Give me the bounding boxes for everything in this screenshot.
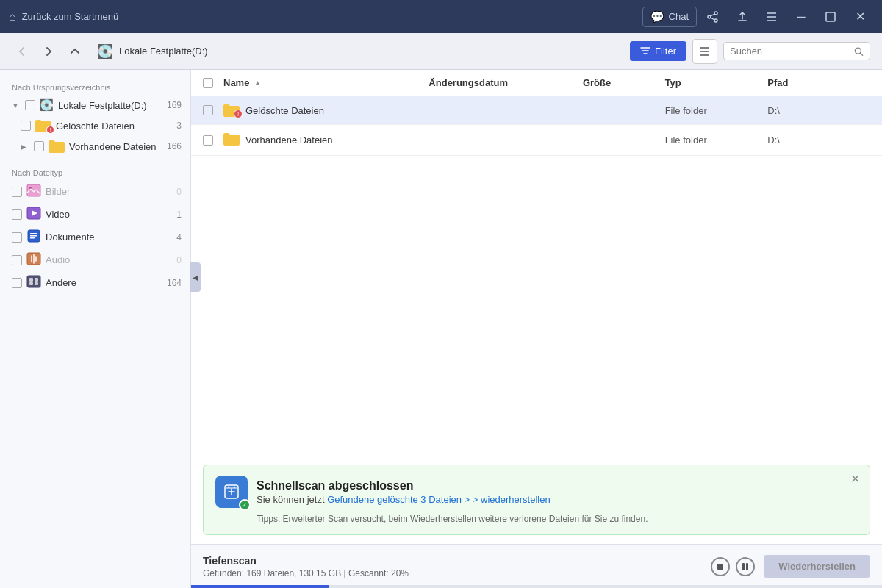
deleted-count: 3: [176, 121, 182, 131]
check-badge: ✓: [239, 499, 251, 511]
row-path-2: D:\: [767, 135, 870, 146]
main-layout: Nach Ursprungsverzeichnis ▼ 💽 Lokale Fes…: [0, 70, 882, 588]
check-dokumente[interactable]: [12, 232, 22, 243]
close-button[interactable]: ✕: [847, 4, 873, 30]
chat-label: Chat: [669, 11, 689, 22]
bilder-label: Bilder: [46, 186, 172, 197]
filter-button[interactable]: Filter: [630, 41, 686, 61]
notification-title: Schnellscan abgeschlossen: [257, 479, 551, 492]
deleted-row-badge: !: [234, 110, 243, 118]
notification-banner: ✕ ✓ Schnellscan abgeschlossen Sie können…: [203, 465, 870, 535]
existing-count: 166: [167, 141, 182, 151]
table-row[interactable]: ! Gelöschte Dateien File folder D:\: [191, 96, 882, 125]
back-button[interactable]: [12, 41, 32, 62]
check-existing[interactable]: [34, 141, 44, 151]
stop-scan-button[interactable]: [711, 557, 730, 576]
notification-text: Schnellscan abgeschlossen Sie können jet…: [257, 479, 551, 505]
sidebar-item-andere[interactable]: Andere 164: [0, 271, 190, 294]
check-bilder[interactable]: [12, 187, 22, 197]
svg-rect-31: [746, 563, 748, 570]
svg-rect-26: [29, 282, 33, 285]
minimize-button[interactable]: ─: [788, 4, 814, 30]
pause-scan-button[interactable]: [736, 557, 755, 576]
header-size[interactable]: Größe: [583, 77, 665, 88]
sidebar-item-video[interactable]: Video 1: [0, 203, 190, 226]
sort-arrow: ▲: [254, 79, 261, 87]
row-type-1: File folder: [665, 105, 768, 116]
svg-rect-21: [30, 237, 35, 239]
notification-tip: Tipps: Erweiterter Scan versucht, beim W…: [215, 514, 858, 524]
search-icon: [854, 46, 864, 57]
chat-button[interactable]: 💬 Chat: [642, 7, 697, 27]
audio-label: Audio: [46, 254, 172, 265]
header-date[interactable]: Änderungsdatum: [429, 77, 583, 88]
video-count: 1: [176, 209, 182, 220]
sidebar-item-existing[interactable]: ▶ Vorhandene Dateien 166: [0, 136, 190, 157]
row-filename-2: Vorhandene Dateien: [245, 135, 333, 146]
share-button[interactable]: [700, 4, 726, 30]
notification-icon: ✓: [215, 476, 248, 508]
menu-button[interactable]: [759, 4, 785, 30]
notification-header: ✓ Schnellscan abgeschlossen Sie können j…: [215, 476, 858, 508]
sidebar-section-type: Nach Dateityp: [0, 164, 190, 180]
check-localdisk[interactable]: [25, 100, 35, 110]
deep-scan-subtitle: Gefunden: 169 Dateien, 130.15 GB | Gesca…: [203, 568, 702, 578]
localdisk-count: 169: [167, 100, 182, 110]
notif-body-prefix: Sie können jetzt: [257, 494, 327, 505]
bilder-count: 0: [176, 187, 182, 197]
header-name[interactable]: Name ▲: [223, 77, 429, 88]
search-input[interactable]: [730, 46, 850, 57]
sidebar-item-localdisk[interactable]: ▼ 💽 Lokale Festplatte(D:) 169: [0, 95, 190, 115]
header-path[interactable]: Pfad: [767, 77, 870, 88]
notification-body: Sie können jetzt Gefundene gelöschte 3 D…: [257, 494, 551, 505]
select-all-checkbox[interactable]: [203, 78, 213, 88]
header-check[interactable]: [203, 78, 223, 88]
header-type[interactable]: Typ: [665, 77, 768, 88]
expand-icon: ▼: [12, 101, 21, 110]
sidebar-item-deleted[interactable]: ! Gelöschte Dateien 3: [0, 115, 190, 136]
row-check-2[interactable]: [203, 135, 223, 146]
expand-existing-icon: ▶: [21, 143, 29, 151]
restore-button[interactable]: Wiederherstellen: [764, 555, 870, 578]
collapse-handle[interactable]: ◀: [190, 262, 201, 292]
localdisk-label: Lokale Festplatte(D:): [58, 100, 162, 111]
content-area: ◀ Name ▲ Änderungsdatum Größe Typ Pfad: [191, 70, 882, 588]
sidebar-item-audio[interactable]: Audio 0: [0, 248, 190, 271]
check-video[interactable]: [12, 209, 22, 220]
dokumente-count: 4: [176, 232, 182, 243]
deep-scan-title: Tiefenscan: [203, 555, 702, 567]
svg-rect-30: [742, 563, 745, 570]
audio-count: 0: [176, 255, 182, 265]
row-path-1: D:\: [767, 105, 870, 116]
video-icon: [26, 207, 41, 222]
svg-rect-29: [717, 564, 723, 570]
sidebar-item-bilder[interactable]: Bilder 0: [0, 180, 190, 203]
check-andere[interactable]: [12, 278, 22, 288]
table-header: Name ▲ Änderungsdatum Größe Typ Pfad: [191, 70, 882, 96]
forward-button[interactable]: [38, 41, 59, 62]
progress-bar-fill: [191, 585, 329, 588]
view-menu-button[interactable]: [692, 39, 717, 64]
row-checkbox-1[interactable]: [203, 105, 213, 115]
row-check-1[interactable]: [203, 105, 223, 115]
sidebar: Nach Ursprungsverzeichnis ▼ 💽 Lokale Fes…: [0, 70, 191, 588]
notif-body-link[interactable]: Gefundene gelöschte 3 Dateien > > wieder…: [327, 494, 551, 505]
notification-close[interactable]: ✕: [847, 471, 862, 486]
titlebar-title: Zurück zum Startmenü: [22, 11, 119, 22]
row-filename-1: Gelöschte Dateien: [245, 105, 324, 116]
row-name-1: ! Gelöschte Dateien: [223, 104, 429, 117]
existing-folder-icon: [49, 140, 65, 153]
row-type-2: File folder: [665, 135, 768, 146]
check-deleted[interactable]: [21, 121, 31, 131]
maximize-button[interactable]: [817, 4, 844, 30]
table-row[interactable]: Vorhandene Dateien File folder D:\: [191, 125, 882, 156]
dokumente-label: Dokumente: [46, 232, 172, 243]
filter-label: Filter: [655, 46, 676, 57]
check-audio[interactable]: [12, 255, 22, 265]
audio-icon: [26, 252, 41, 268]
deleted-folder-icon: !: [35, 119, 51, 132]
up-button[interactable]: [65, 41, 85, 62]
sidebar-item-dokumente[interactable]: Dokumente 4: [0, 226, 190, 248]
upload-button[interactable]: [729, 4, 756, 30]
row-checkbox-2[interactable]: [203, 135, 213, 146]
